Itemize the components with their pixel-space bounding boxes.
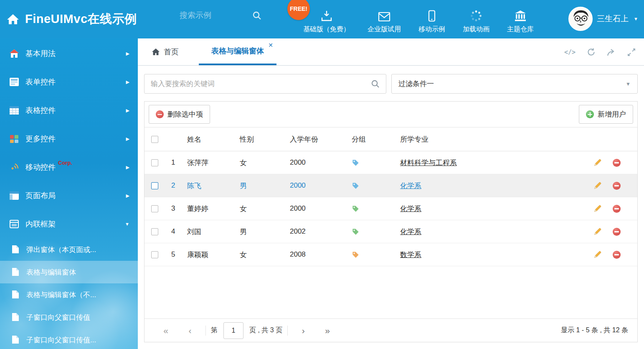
sidebar-subitem-grid-edit-window[interactable]: 表格与编辑窗体	[0, 261, 138, 283]
close-icon[interactable]: ✕	[268, 42, 273, 48]
cell-year: 2008	[290, 250, 352, 259]
major-link[interactable]: 化学系	[400, 182, 421, 190]
minus-circle-icon	[156, 110, 164, 118]
sidebar-item-label: 基本用法	[25, 48, 56, 59]
add-user-button[interactable]: 新增用户	[579, 105, 633, 124]
spinner-icon	[470, 10, 482, 22]
prev-page-icon[interactable]: ‹	[178, 326, 202, 336]
home-icon	[152, 48, 160, 56]
table-row: 3 董婷婷 女 2000 化学系	[145, 197, 637, 220]
major-link[interactable]: 化学系	[400, 228, 421, 236]
sidebar-item-form-controls[interactable]: 表单控件 ▶	[0, 68, 138, 96]
sidebar-item-page-layout[interactable]: 页面布局 ▶	[0, 181, 138, 210]
search-icon[interactable]	[252, 11, 261, 20]
open-in-window-icon[interactable]	[607, 48, 616, 56]
row-checkbox[interactable]	[151, 251, 158, 258]
filter-row: 过滤条件一 ▼	[144, 74, 638, 94]
sidebar-subitem-child-to-parent-2[interactable]: 子窗口向父窗口传值...	[0, 329, 138, 349]
divider	[205, 326, 206, 336]
refresh-icon[interactable]	[587, 48, 596, 56]
major-link[interactable]: 化学系	[400, 205, 421, 213]
header-search	[180, 11, 261, 20]
row-checkbox[interactable]	[151, 228, 158, 235]
envelope-icon	[378, 10, 390, 22]
home-icon	[7, 13, 19, 25]
user-menu[interactable]: 三生石上 ▼	[568, 7, 638, 31]
table-empty-space	[145, 266, 637, 318]
chevron-right-icon: ▶	[126, 51, 129, 56]
sidebar-subitem-grid-edit-window-2[interactable]: 表格与编辑窗体（不...	[0, 283, 138, 306]
row-index: 5	[168, 250, 187, 259]
row-checkbox[interactable]	[151, 205, 158, 212]
last-page-icon[interactable]: »	[315, 326, 340, 336]
select-all-checkbox[interactable]	[151, 136, 158, 143]
chevron-right-icon: ▶	[126, 165, 129, 170]
nav-item-theme-store[interactable]: 主题仓库	[507, 10, 534, 34]
expand-icon[interactable]	[627, 48, 636, 56]
delete-row-icon[interactable]	[613, 205, 621, 213]
sidebar-subitem-popup-window[interactable]: 弹出窗体（本页面或...	[0, 238, 138, 261]
chevron-right-icon: ▶	[126, 108, 129, 113]
tab-grid-edit-window[interactable]: 表格与编辑窗体 ✕	[199, 38, 276, 65]
delete-row-icon[interactable]	[613, 251, 621, 259]
tab-label: 首页	[164, 47, 179, 57]
source-code-icon[interactable]: </>	[564, 48, 576, 56]
sidebar-subitem-label: 子窗口向父窗口传值...	[26, 335, 96, 345]
search-icon[interactable]	[371, 79, 380, 88]
tab-bar: 首页 表格与编辑窗体 ✕ </>	[138, 38, 644, 66]
nav-item-enterprise-trial[interactable]: 企业版试用	[368, 10, 401, 34]
sidebar-item-mobile-controls[interactable]: 移动控件 Corp. ▶	[0, 153, 138, 181]
chevron-down-icon: ▼	[125, 222, 129, 227]
delete-row-icon[interactable]	[613, 228, 621, 236]
row-index: 1	[168, 158, 187, 167]
tab-home[interactable]: 首页	[144, 38, 186, 65]
nav-label: 主题仓库	[507, 25, 534, 34]
keyword-search-input[interactable]	[151, 80, 371, 88]
sidebar-subitem-label: 弹出窗体（本页面或...	[26, 245, 96, 255]
next-page-icon[interactable]: ›	[291, 326, 315, 336]
delete-selected-button[interactable]: 删除选中项	[149, 105, 210, 124]
edit-pencil-icon[interactable]	[593, 227, 602, 236]
nav-item-mobile-demo[interactable]: 移动示例	[418, 10, 445, 34]
cell-name: 陈飞	[187, 181, 240, 191]
nav-item-basic-edition[interactable]: 基础版（免费）	[303, 10, 350, 34]
header-search-input[interactable]	[180, 11, 246, 20]
tab-label: 表格与编辑窗体	[211, 46, 264, 56]
row-index: 4	[168, 227, 187, 236]
edit-pencil-icon[interactable]	[593, 250, 602, 259]
cell-gender: 男	[240, 181, 290, 191]
edit-pencil-icon[interactable]	[593, 181, 602, 190]
brand: FineUIMvc在线示例	[7, 0, 137, 38]
filter-dropdown[interactable]: 过滤条件一 ▼	[391, 74, 638, 94]
file-icon	[12, 290, 20, 299]
first-page-icon[interactable]: «	[154, 326, 178, 336]
file-icon	[12, 335, 20, 344]
row-checkbox[interactable]	[151, 159, 158, 166]
house-icon	[9, 48, 20, 59]
corp-badge: Corp.	[58, 160, 72, 166]
sidebar-item-label: 页面布局	[25, 191, 56, 201]
table-row: 1 张萍萍 女 2000 材料科学与工程系	[145, 151, 637, 174]
cell-name: 董婷婷	[187, 204, 240, 214]
sidebar-subitem-child-to-parent[interactable]: 子窗口向父窗口传值	[0, 306, 138, 329]
sidebar-item-grid-controls[interactable]: 表格控件 ▶	[0, 96, 138, 125]
delete-row-icon[interactable]	[613, 159, 621, 167]
major-link[interactable]: 材料科学与工程系	[400, 159, 457, 167]
sidebar-item-iframe[interactable]: 内联框架 ▼	[0, 210, 138, 238]
sidebar-item-label: 内联框架	[25, 219, 56, 229]
nav-item-loading-animation[interactable]: 加载动画	[463, 10, 489, 34]
cell-gender: 女	[240, 158, 290, 168]
row-index: 2	[168, 181, 187, 190]
cell-year: 2000	[290, 158, 352, 167]
row-checkbox[interactable]	[151, 182, 158, 189]
nav-label: 企业版试用	[368, 25, 401, 34]
sidebar-item-more-controls[interactable]: 更多控件 ▶	[0, 125, 138, 153]
page-number-input[interactable]	[223, 322, 243, 339]
delete-row-icon[interactable]	[613, 182, 621, 190]
sidebar-item-basic-usage[interactable]: 基本用法 ▶	[0, 39, 138, 68]
sidebar-subitem-label: 表格与编辑窗体（不...	[26, 290, 96, 300]
app-title: FineUIMvc在线示例	[25, 11, 137, 28]
edit-pencil-icon[interactable]	[593, 158, 602, 167]
edit-pencil-icon[interactable]	[593, 204, 602, 213]
major-link[interactable]: 数学系	[400, 251, 421, 259]
